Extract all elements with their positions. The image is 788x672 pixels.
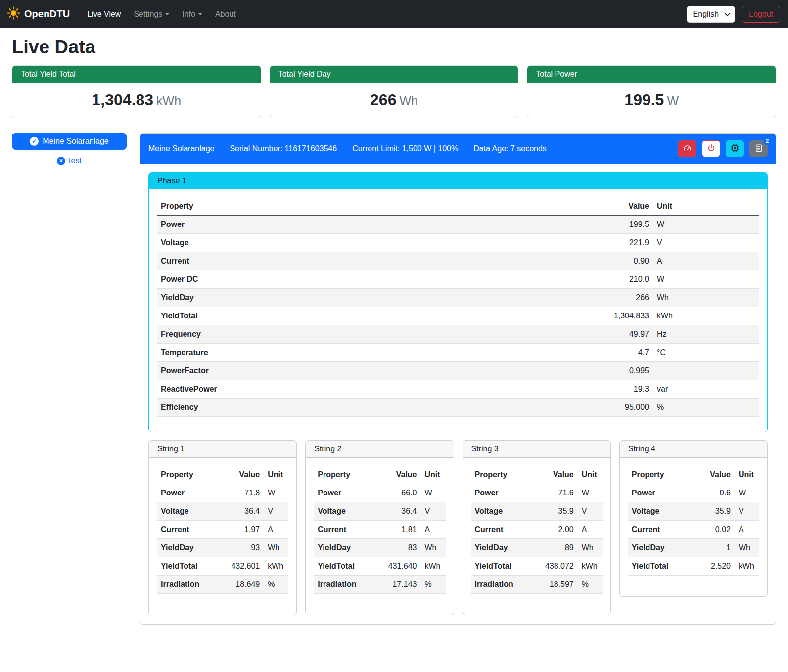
table-row: Irradiation18.649% (157, 576, 288, 594)
table-row: YieldTotal1,304.833kWh (157, 307, 759, 325)
card-unit: W (667, 94, 679, 108)
unit-cell: V (421, 502, 446, 521)
inverter-select-label: Meine Solaranlage (43, 137, 108, 146)
table-row: Voltage36.4V (314, 502, 445, 521)
sun-logo-icon (7, 6, 20, 22)
unit-cell: V (578, 502, 603, 521)
power-toggle-button[interactable] (702, 140, 720, 157)
string-table: Property Value Unit Power71.6W Voltage35… (471, 466, 603, 594)
value-cell: 4.7 (584, 344, 653, 362)
unit-cell: kWh (578, 557, 603, 576)
inverter-card: Meine Solaranlage Serial Number: 1161716… (140, 133, 776, 625)
unit-cell: A (578, 521, 603, 539)
col-property: Property (471, 466, 537, 484)
logout-button[interactable]: Logout (742, 6, 780, 23)
unit-cell: Wh (264, 539, 288, 557)
col-property: Property (628, 466, 694, 484)
page: OpenDTU Live View Settings Info About En… (0, 0, 788, 625)
unit-cell: Wh (653, 289, 759, 307)
table-row: ReactivePower19.3var (157, 380, 759, 399)
gauge-icon (683, 143, 692, 154)
value-cell: 0.6 (694, 484, 735, 502)
unit-cell: kWh (653, 307, 759, 325)
card-value: 199.5 (624, 91, 664, 109)
col-unit: Unit (421, 466, 446, 484)
unit-cell: Wh (735, 539, 759, 557)
nav-item-live-view[interactable]: Live View (81, 6, 127, 23)
total-yield-total-card: Total Yield Total 1,304.83kWh (12, 65, 261, 118)
card-title: Total Yield Day (270, 66, 518, 83)
value-cell: 0.995 (584, 362, 653, 380)
table-row: YieldDay93Wh (157, 539, 288, 557)
nav-item-about[interactable]: About (209, 6, 242, 23)
nav-item-info[interactable]: Info (176, 6, 209, 23)
value-cell: 1 (694, 539, 735, 557)
table-header-row: Property Value Unit (157, 466, 288, 484)
inverter-data-age: Data Age: 7 seconds (473, 144, 547, 153)
value-cell: 0.90 (584, 252, 653, 270)
unit-cell: W (578, 484, 603, 502)
value-cell: 18.597 (537, 576, 578, 594)
table-row: Temperature4.7°C (157, 344, 759, 362)
language-select[interactable]: English (687, 6, 735, 23)
brand[interactable]: OpenDTU (7, 6, 70, 22)
value-cell: 1,304.833 (584, 307, 653, 325)
nav-info-label: Info (182, 10, 195, 19)
value-cell: 210.0 (584, 270, 653, 289)
value-cell: 221.9 (584, 234, 653, 252)
phase-title: Phase 1 (149, 173, 767, 189)
property-cell: YieldTotal (314, 557, 380, 576)
property-cell: YieldDay (628, 539, 694, 557)
phase-table: Property Value Unit Power199.5W Voltage2… (157, 197, 759, 417)
property-cell: Voltage (157, 234, 584, 252)
table-row: Current1.97A (157, 521, 288, 539)
nav-settings-label: Settings (134, 10, 162, 19)
table-row: Voltage35.9V (628, 502, 759, 521)
string-title: String 3 (463, 441, 610, 458)
card-title: Total Yield Total (12, 66, 261, 83)
nav-item-settings[interactable]: Settings (127, 6, 176, 23)
table-header-row: Property Value Unit (628, 466, 759, 484)
inverter-select-button[interactable]: ✓ Meine Solaranlage (12, 133, 127, 150)
table-row: Power0.6W (628, 484, 759, 502)
value-cell: 2.00 (537, 521, 578, 539)
content: ✓ Meine Solaranlage × test Meine Solaran… (12, 133, 776, 625)
card-unit: kWh (156, 94, 181, 108)
limit-settings-button[interactable] (678, 140, 696, 157)
property-cell: YieldDay (471, 539, 537, 557)
events-button[interactable]: 2 (749, 140, 768, 157)
unit-cell: W (264, 484, 288, 502)
unit-cell: Hz (653, 325, 759, 344)
cpu-chip-icon (730, 143, 740, 154)
device-info-button[interactable] (726, 140, 744, 157)
string-2-card: String 2 Property Value Unit (305, 440, 454, 615)
table-row: Power71.8W (157, 484, 288, 502)
property-cell: Power (314, 484, 380, 502)
property-cell: Voltage (157, 502, 223, 521)
sidebar-item-label: test (69, 156, 82, 165)
value-cell: 49.97 (584, 325, 653, 344)
strings-row: String 1 Property Value Unit (148, 440, 768, 615)
col-property: Property (314, 466, 380, 484)
property-cell: Efficiency (157, 399, 584, 417)
value-cell: 66.0 (380, 484, 421, 502)
string-title: String 2 (306, 441, 453, 458)
sidebar-item-test[interactable]: × test (12, 156, 127, 165)
card-value: 1,304.83 (92, 91, 154, 109)
value-cell: 93 (223, 539, 264, 557)
table-row: Voltage36.4V (157, 502, 288, 521)
property-cell: YieldTotal (157, 557, 223, 576)
journal-icon (754, 144, 763, 154)
string-table: Property Value Unit Power0.6W Voltage35.… (628, 466, 759, 576)
unit-cell: % (578, 576, 603, 594)
value-cell: 1.81 (380, 521, 421, 539)
table-row: YieldTotal2.520kWh (628, 557, 759, 576)
string-body: Property Value Unit Power71.6W Voltage35… (463, 458, 610, 615)
property-cell: Current (314, 521, 380, 539)
property-cell: Power (471, 484, 537, 502)
unit-cell: A (421, 521, 446, 539)
value-cell: 95.000 (584, 399, 653, 417)
unit-cell: V (264, 502, 288, 521)
inverter-limit: Current Limit: 1,500 W | 100% (352, 144, 458, 153)
property-cell: Current (157, 521, 223, 539)
